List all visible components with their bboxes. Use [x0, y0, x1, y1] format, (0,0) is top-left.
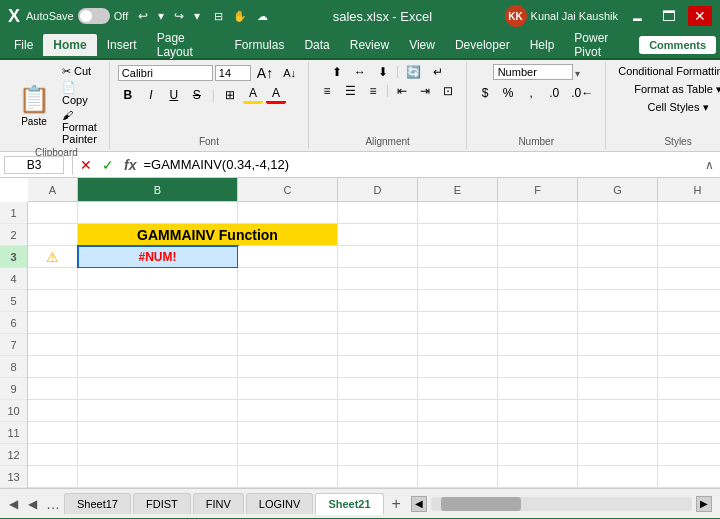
- cell-h7[interactable]: [658, 334, 720, 356]
- cell-e4[interactable]: [418, 268, 498, 290]
- font-name-input[interactable]: [118, 65, 213, 81]
- decrease-decimal-button[interactable]: .0←: [567, 85, 597, 101]
- cell-g11[interactable]: [578, 422, 658, 444]
- cell-e2[interactable]: [418, 224, 498, 246]
- cell-b2[interactable]: GAMMAINV Function: [78, 224, 338, 246]
- cancel-icon[interactable]: ✕: [77, 156, 95, 174]
- cell-g5[interactable]: [578, 290, 658, 312]
- cell-e9[interactable]: [418, 378, 498, 400]
- percent-button[interactable]: %: [498, 85, 518, 101]
- cell-b4[interactable]: [78, 268, 238, 290]
- cell-b11[interactable]: [78, 422, 238, 444]
- cell-a9[interactable]: [28, 378, 78, 400]
- tab-data[interactable]: Data: [294, 34, 339, 56]
- cell-f5[interactable]: [498, 290, 578, 312]
- cell-h1[interactable]: [658, 202, 720, 224]
- tab-developer[interactable]: Developer: [445, 34, 520, 56]
- cell-d10[interactable]: [338, 400, 418, 422]
- cell-a8[interactable]: [28, 356, 78, 378]
- ribbon-collapse-icon[interactable]: ⊟: [214, 10, 223, 23]
- cell-f9[interactable]: [498, 378, 578, 400]
- cell-c9[interactable]: [238, 378, 338, 400]
- font-size-input[interactable]: [215, 65, 251, 81]
- maximize-button[interactable]: 🗖: [656, 6, 682, 26]
- format-painter-button[interactable]: 🖌 Format Painter: [58, 108, 101, 146]
- cell-g4[interactable]: [578, 268, 658, 290]
- add-sheet-button[interactable]: +: [386, 495, 407, 513]
- cell-g10[interactable]: [578, 400, 658, 422]
- cell-d1[interactable]: [338, 202, 418, 224]
- cell-d7[interactable]: [338, 334, 418, 356]
- tab-home[interactable]: Home: [43, 34, 96, 56]
- tab-help[interactable]: Help: [520, 34, 565, 56]
- fill-color-button[interactable]: A: [243, 85, 263, 104]
- cell-b5[interactable]: [78, 290, 238, 312]
- number-format-dropdown[interactable]: ▾: [575, 68, 580, 79]
- cell-e11[interactable]: [418, 422, 498, 444]
- cell-g1[interactable]: [578, 202, 658, 224]
- formula-input[interactable]: [143, 157, 703, 172]
- comma-button[interactable]: ,: [521, 85, 541, 101]
- underline-button[interactable]: U: [164, 87, 184, 103]
- cell-c10[interactable]: [238, 400, 338, 422]
- format-as-table-button[interactable]: Format as Table ▾: [630, 82, 720, 97]
- cell-d6[interactable]: [338, 312, 418, 334]
- sheet-tab-loginv[interactable]: LOGINV: [246, 493, 314, 514]
- user-area[interactable]: KK Kunal Jai Kaushik: [505, 5, 618, 27]
- cell-h9[interactable]: [658, 378, 720, 400]
- align-left-button[interactable]: ≡: [317, 83, 337, 99]
- cell-c5[interactable]: [238, 290, 338, 312]
- cell-b8[interactable]: [78, 356, 238, 378]
- cell-f2[interactable]: [498, 224, 578, 246]
- cell-a2[interactable]: [28, 224, 78, 246]
- font-color-button[interactable]: A: [266, 85, 286, 104]
- cell-c3[interactable]: [238, 246, 338, 268]
- cell-h3[interactable]: [658, 246, 720, 268]
- cell-b9[interactable]: [78, 378, 238, 400]
- align-middle-button[interactable]: ↔: [350, 64, 370, 80]
- cell-d3[interactable]: [338, 246, 418, 268]
- cell-f10[interactable]: [498, 400, 578, 422]
- merge-center-button[interactable]: ⊡: [438, 83, 458, 99]
- font-size-increase-button[interactable]: A↑: [253, 64, 277, 82]
- sheet-tab-finv[interactable]: FINV: [193, 493, 244, 514]
- sheet-tab-sheet21[interactable]: Sheet21: [315, 493, 383, 515]
- formula-expand-button[interactable]: ∧: [703, 156, 716, 174]
- cell-c13[interactable]: [238, 466, 338, 488]
- cell-a11[interactable]: [28, 422, 78, 444]
- currency-button[interactable]: $: [475, 85, 495, 101]
- tab-prev-button[interactable]: ◀: [4, 495, 23, 513]
- cell-h5[interactable]: [658, 290, 720, 312]
- cell-e5[interactable]: [418, 290, 498, 312]
- cell-f11[interactable]: [498, 422, 578, 444]
- cell-a1[interactable]: [28, 202, 78, 224]
- copy-button[interactable]: 📄 Copy: [58, 80, 101, 107]
- align-bottom-button[interactable]: ⬇: [373, 64, 393, 80]
- cell-b12[interactable]: [78, 444, 238, 466]
- angle-text-button[interactable]: 🔄: [402, 64, 425, 80]
- cell-b1[interactable]: [78, 202, 238, 224]
- tab-file[interactable]: File: [4, 34, 43, 56]
- cell-reference-box[interactable]: [4, 156, 64, 174]
- cell-a13[interactable]: [28, 466, 78, 488]
- cell-a10[interactable]: [28, 400, 78, 422]
- cell-d4[interactable]: [338, 268, 418, 290]
- border-button[interactable]: ⊞: [220, 87, 240, 103]
- cell-d2[interactable]: [338, 224, 418, 246]
- cell-g12[interactable]: [578, 444, 658, 466]
- comments-button[interactable]: Comments: [639, 36, 716, 54]
- cell-c4[interactable]: [238, 268, 338, 290]
- cell-e10[interactable]: [418, 400, 498, 422]
- cell-f1[interactable]: [498, 202, 578, 224]
- italic-button[interactable]: I: [141, 87, 161, 103]
- tab-page-layout[interactable]: Page Layout: [147, 27, 225, 63]
- increase-decimal-button[interactable]: .0: [544, 85, 564, 101]
- redo-button[interactable]: ↪: [170, 7, 188, 25]
- customize-qat-button[interactable]: ▾: [190, 7, 204, 25]
- paste-button[interactable]: 📋 Paste: [12, 82, 56, 129]
- cell-h10[interactable]: [658, 400, 720, 422]
- wrap-text-button[interactable]: ↵: [428, 64, 448, 80]
- cell-c7[interactable]: [238, 334, 338, 356]
- increase-indent-button[interactable]: ⇥: [415, 83, 435, 99]
- cell-e12[interactable]: [418, 444, 498, 466]
